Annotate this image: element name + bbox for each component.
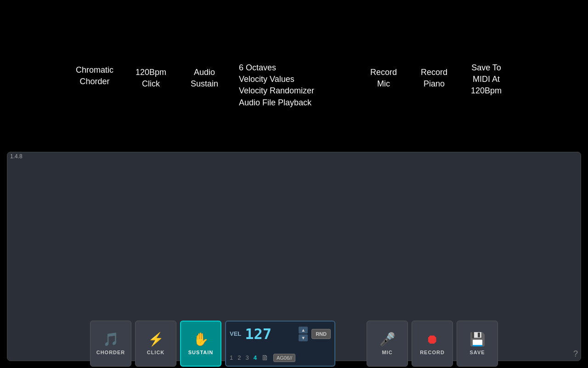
octave-2[interactable]: 2 (237, 354, 241, 361)
velocity-bottom: 1 2 3 4 🗎 AG06// (230, 354, 331, 362)
sustain-button[interactable]: ✋ SUSTAIN (180, 321, 221, 367)
chorder-label: CHORDER (96, 350, 125, 355)
controls-row: 🎵 CHORDER ⚡ CLICK ✋ SUSTAIN VEL 127 ▲ ▼ … (90, 317, 498, 368)
label-features: 6 Octaves Velocity Values Velocity Rando… (239, 62, 314, 109)
save-icon: 💾 (469, 332, 486, 347)
octave-1[interactable]: 1 (230, 354, 233, 361)
record-icon: ⏺ (426, 332, 439, 347)
velocity-down-button[interactable]: ▼ (299, 334, 308, 341)
save-label: SAVE (469, 350, 485, 355)
click-label: CLICK (147, 350, 165, 355)
preset-button[interactable]: AG06// (273, 354, 295, 362)
sustain-label: SUSTAIN (188, 350, 213, 355)
label-audio-sustain: Audio Sustain (191, 67, 218, 90)
annotation-labels: Chromatic Chorder 120Bpm Click Audio Sus… (0, 28, 588, 152)
velocity-up-button[interactable]: ▲ (299, 327, 308, 334)
chorder-icon: 🎵 (103, 332, 119, 347)
velocity-value: 127 (245, 325, 295, 343)
sustain-icon: ✋ (193, 332, 209, 347)
label-record-mic: Record Mic (370, 67, 397, 90)
label-save-midi: Save To MIDI At 120Bpm (471, 62, 502, 97)
velocity-arrows: ▲ ▼ (299, 327, 308, 341)
mic-icon: 🎤 (379, 332, 396, 347)
velocity-top: VEL 127 ▲ ▼ RND (230, 325, 331, 343)
label-record-piano: Record Piano (421, 67, 447, 90)
help-button[interactable]: ? (573, 349, 578, 359)
chorder-button[interactable]: 🎵 CHORDER (90, 321, 131, 367)
mic-button[interactable]: 🎤 MIC (367, 321, 408, 367)
click-icon: ⚡ (148, 332, 164, 347)
file-icon[interactable]: 🗎 (261, 354, 269, 362)
version-label: 1.4.8 (10, 153, 23, 160)
click-button[interactable]: ⚡ CLICK (135, 321, 176, 367)
velocity-label: VEL (230, 330, 241, 337)
record-label: RECORD (420, 350, 445, 355)
randomize-button[interactable]: RND (311, 329, 331, 339)
octave-3[interactable]: 3 (245, 354, 249, 361)
label-bpm-click: 120Bpm Click (136, 67, 166, 90)
app-panel: 🎵 CHORDER ⚡ CLICK ✋ SUSTAIN VEL 127 ▲ ▼ … (7, 152, 581, 361)
octave-4[interactable]: 4 (254, 354, 257, 361)
record-button[interactable]: ⏺ RECORD (412, 321, 453, 367)
label-chromatic-chorder: Chromatic Chorder (76, 64, 113, 87)
save-button[interactable]: 💾 SAVE (457, 321, 498, 367)
mic-label: MIC (382, 350, 392, 355)
velocity-display: VEL 127 ▲ ▼ RND 1 2 3 4 🗎 AG06// (225, 321, 335, 367)
